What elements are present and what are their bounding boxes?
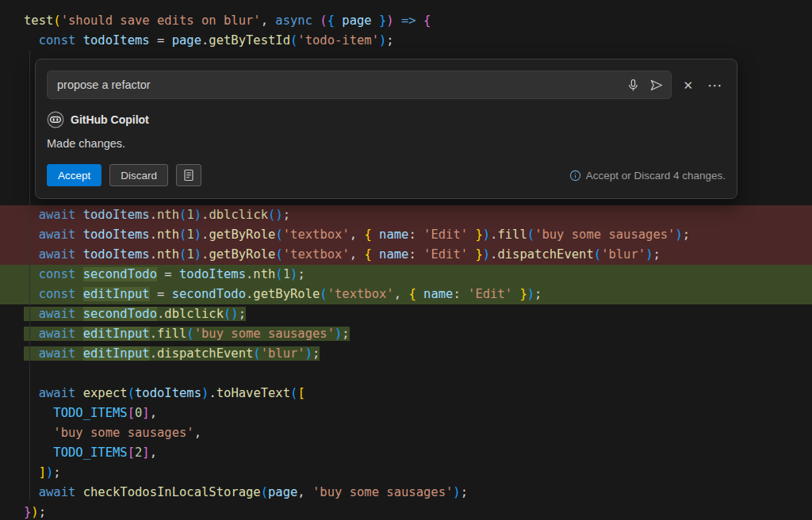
code-editor[interactable]: test('should save edits on blur', async …	[0, 0, 812, 520]
close-button[interactable]: ✕	[680, 78, 696, 93]
code-line: await todoItems.nth(1).getByRole('textbo…	[0, 225, 812, 245]
code-block-top: test('should save edits on blur', async …	[0, 0, 812, 51]
code-line: const editInput = secondTodo.getByRole('…	[0, 285, 812, 304]
code-block-rest: await todoItems.nth(1).dblclick(); await…	[0, 205, 812, 520]
microphone-icon	[626, 78, 640, 92]
more-actions-button[interactable]: ⋯	[704, 76, 726, 94]
accept-button[interactable]: Accept	[47, 164, 102, 186]
copilot-icon	[47, 111, 64, 128]
chat-input-row: ✕ ⋯	[47, 71, 726, 99]
chat-title: GitHub Copilot	[71, 113, 149, 126]
chat-input-icons	[625, 71, 665, 99]
indent-guide	[29, 51, 30, 501]
code-line: await expect(todoItems).toHaveText([	[0, 384, 812, 403]
changes-summary: Accept or Discard 4 changes.	[586, 170, 726, 182]
code-line: 'buy some sausages',	[0, 423, 812, 443]
code-line: const todoItems = page.getByTestId('todo…	[0, 31, 812, 51]
info-icon	[569, 170, 581, 182]
mic-button[interactable]	[625, 77, 642, 94]
send-icon	[649, 78, 664, 92]
changes-note: Accept or Discard 4 changes.	[569, 170, 726, 182]
close-icon: ✕	[683, 78, 693, 92]
code-line: TODO_ITEMS[0],	[0, 403, 812, 423]
code-line: await editInput.dispatchEvent('blur');	[0, 344, 812, 364]
chat-input-wrap	[47, 71, 672, 99]
view-changes-button[interactable]	[176, 164, 201, 186]
code-line: const secondTodo = todoItems.nth(1);	[0, 265, 812, 285]
code-line: await todoItems.nth(1).dblclick();	[0, 205, 812, 225]
inline-chat-widget: ✕ ⋯ GitHub Copilot Made changes. Accept …	[35, 59, 737, 199]
more-actions-icon: ⋯	[707, 77, 722, 94]
discard-button[interactable]: Discard	[109, 164, 168, 186]
code-line: ]);	[0, 463, 812, 483]
copilot-row: GitHub Copilot	[47, 110, 726, 129]
code-line: test('should save edits on blur', async …	[0, 11, 812, 31]
diff-report-icon	[182, 169, 195, 182]
code-line: await secondTodo.dblclick();	[0, 304, 812, 324]
chat-input[interactable]	[47, 71, 672, 99]
code-line: await todoItems.nth(1).getByRole('textbo…	[0, 245, 812, 265]
code-line: });	[0, 503, 812, 520]
chat-message: Made changes.	[47, 137, 726, 152]
code-line: await checkTodosInLocalStorage(page, 'bu…	[0, 483, 812, 503]
code-line	[0, 364, 812, 384]
send-button[interactable]	[648, 77, 665, 94]
code-line: await editInput.fill('buy some sausages'…	[0, 324, 812, 344]
chat-actions: Accept Discard	[47, 163, 726, 187]
code-line: TODO_ITEMS[2],	[0, 443, 812, 463]
